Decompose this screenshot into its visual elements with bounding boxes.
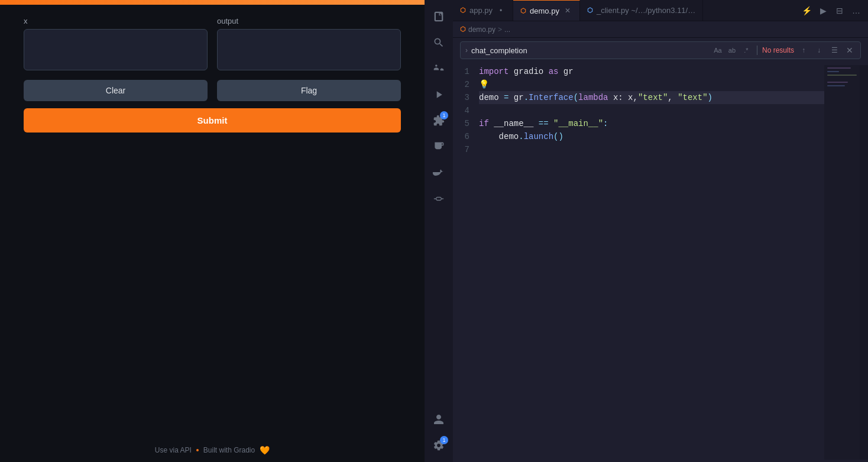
line-num-1: 1: [453, 65, 469, 78]
footer-api-text[interactable]: Use via API: [155, 446, 192, 454]
tab-client-py[interactable]: ⬡ _client.py ~/…/python3.11/…: [580, 0, 703, 21]
svg-rect-4: [827, 85, 845, 86]
input-label-x: x: [24, 17, 208, 25]
activity-remote-icon[interactable]: [427, 135, 451, 159]
activity-source-control-icon[interactable]: [427, 57, 451, 80]
line-num-7: 7: [453, 143, 469, 156]
line-num-5: 5: [453, 117, 469, 130]
code-line-1: import gradio as gr: [479, 65, 824, 78]
run-tab-btn[interactable]: ▶: [816, 4, 830, 18]
search-close-btn[interactable]: ✕: [844, 44, 856, 56]
search-prev-btn[interactable]: ↑: [798, 44, 809, 56]
tab-demo-py[interactable]: ⬡ demo.py ✕: [513, 0, 580, 21]
editor-area: ⬡ app.py • ⬡ demo.py ✕ ⬡ _client.py ~/…/…: [453, 0, 868, 462]
output-textarea[interactable]: [217, 29, 401, 70]
search-input[interactable]: [471, 46, 708, 55]
extensions-badge: 1: [440, 111, 448, 119]
gradio-content: x output Clear Flag Submit: [0, 5, 425, 462]
output-label: output: [217, 17, 401, 25]
code-line-3: demo = gr.Interface(lambda x: x,"text", …: [479, 91, 824, 104]
search-bar: › Aa ab .* No results ↑ ↓ ☰ ✕: [460, 41, 861, 59]
gear-badge: 1: [440, 436, 448, 444]
gradio-inputs-row: x output: [24, 17, 401, 70]
tab-actions: ⚡ ▶ ⊟ …: [795, 0, 868, 21]
breadcrumb-icon: ⬡: [460, 25, 466, 33]
regex-btn[interactable]: .*: [740, 44, 752, 56]
gradio-input-group-output: output: [217, 17, 401, 70]
search-chevron-icon[interactable]: ›: [465, 46, 468, 54]
gradio-footer: Use via API Built with Gradio 🧡: [0, 445, 425, 455]
clear-button[interactable]: Clear: [24, 80, 208, 101]
tab-close-demo[interactable]: ✕: [563, 6, 572, 15]
remote-tab-btn[interactable]: ⚡: [799, 4, 814, 18]
tab-py-icon-demo: ⬡: [520, 7, 526, 15]
vscode-panel: 1 1: [425, 0, 868, 462]
svg-rect-2: [827, 75, 857, 76]
line-num-3: 3: [453, 91, 469, 104]
activity-bar: 1 1: [425, 0, 453, 462]
match-case-btn[interactable]: Aa: [712, 44, 724, 56]
line-num-4: 4: [453, 104, 469, 117]
input-textarea-x[interactable]: [24, 29, 208, 70]
line-num-6: 6: [453, 130, 469, 143]
code-line-2: 💡: [479, 78, 824, 91]
svg-rect-3: [827, 82, 848, 83]
tab-label-demo: demo.py: [530, 7, 559, 15]
breadcrumb: ⬡ demo.py > ...: [453, 21, 868, 38]
tab-app-py[interactable]: ⬡ app.py •: [453, 0, 513, 21]
activity-extensions-icon[interactable]: 1: [427, 109, 451, 133]
breadcrumb-sep: >: [498, 25, 502, 34]
minimap: [824, 65, 860, 460]
more-tab-btn[interactable]: …: [849, 4, 863, 18]
code-line-6: demo.launch(): [479, 130, 824, 143]
search-select-all-btn[interactable]: ☰: [828, 44, 840, 56]
breadcrumb-section[interactable]: ...: [504, 25, 510, 34]
tab-label-app: app.py: [469, 6, 493, 15]
code-line-4: [479, 104, 824, 117]
no-results-text: No results: [762, 46, 794, 54]
tab-bar: ⬡ app.py • ⬡ demo.py ✕ ⬡ _client.py ~/…/…: [453, 0, 868, 21]
svg-rect-1: [827, 71, 839, 72]
search-separator: [757, 46, 757, 55]
code-content[interactable]: import gradio as gr 💡 demo = gr.Interfac…: [477, 65, 824, 460]
whole-word-btn[interactable]: ab: [726, 44, 738, 56]
flag-button[interactable]: Flag: [217, 80, 401, 101]
activity-search-icon[interactable]: [427, 31, 451, 54]
footer-built-text: Built with Gradio: [203, 446, 255, 454]
search-next-btn[interactable]: ↓: [813, 44, 825, 56]
tab-py-icon-app: ⬡: [460, 7, 466, 14]
activity-account-icon[interactable]: [427, 408, 451, 431]
line-num-2: 2: [453, 78, 469, 91]
activity-settings2-icon[interactable]: [427, 187, 451, 211]
code-line-7: [479, 143, 824, 156]
gradio-logo-icon: 🧡: [260, 445, 270, 455]
gradio-input-group-x: x: [24, 17, 208, 70]
gradio-panel: x output Clear Flag Submit Use via API B…: [0, 0, 425, 462]
tab-label-client: _client.py ~/…/python3.11/…: [597, 6, 695, 15]
tab-py-icon-client: ⬡: [587, 7, 593, 14]
breadcrumb-file[interactable]: demo.py: [468, 25, 495, 34]
gradio-top-bar: [0, 0, 425, 5]
code-editor: 1 2 3 4 5 6 7 import gradio as gr 💡 demo…: [453, 63, 868, 462]
gradio-buttons-row: Clear Flag: [24, 80, 401, 101]
footer-dot1: [196, 449, 199, 451]
svg-rect-0: [827, 67, 851, 69]
activity-gear-icon[interactable]: 1: [427, 434, 451, 457]
split-tab-btn[interactable]: ⊟: [833, 4, 847, 18]
activity-docker-icon[interactable]: [427, 161, 451, 185]
activity-explorer-icon[interactable]: [427, 5, 451, 28]
scrollbar-area[interactable]: [860, 65, 868, 460]
tab-close-app[interactable]: •: [496, 6, 506, 15]
submit-button[interactable]: Submit: [24, 108, 401, 133]
code-line-5: if __name__ == "__main__":: [479, 117, 824, 130]
search-options: Aa ab .*: [712, 44, 752, 56]
line-numbers: 1 2 3 4 5 6 7: [453, 65, 477, 460]
activity-run-icon[interactable]: [427, 83, 451, 106]
